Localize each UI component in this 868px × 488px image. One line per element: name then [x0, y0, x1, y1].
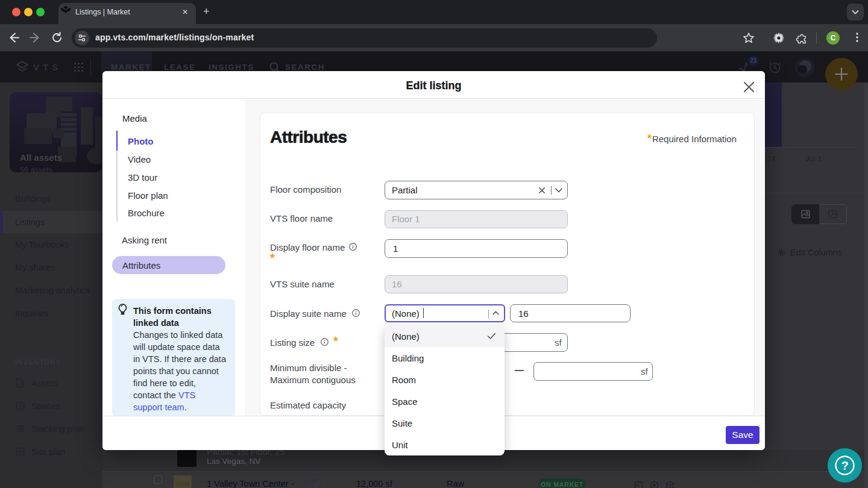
svg-text:?: ?: [841, 459, 848, 472]
